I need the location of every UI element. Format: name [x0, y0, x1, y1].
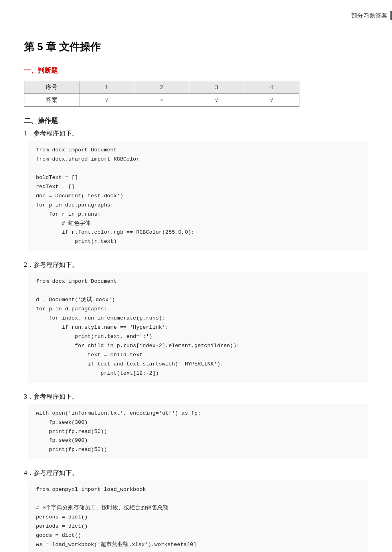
- table-col-4: 4: [244, 81, 299, 94]
- table-col-2: 2: [134, 81, 189, 94]
- question-4: 4．参考程序如下。 from openpyxl import load_work…: [24, 469, 368, 552]
- question-1-code: from docx import Document from docx.shar…: [28, 141, 368, 251]
- question-3-label: 3．参考程序如下。: [24, 393, 368, 401]
- section1-heading: 一、判断题: [24, 66, 368, 75]
- top-right-section-label: 部分习题答案: [351, 11, 392, 20]
- table-col-3: 3: [189, 81, 244, 94]
- question-1-label: 1．参考程序如下。: [24, 129, 368, 138]
- section2-heading: 二、操作题: [24, 116, 368, 125]
- table-answer-2: ×: [134, 94, 189, 107]
- table-answer-1: √: [79, 94, 134, 107]
- question-3: 3．参考程序如下。 with open('information.txt', e…: [24, 393, 368, 460]
- judge-table: 序号 1 2 3 4 答案 √ × √ √: [24, 81, 299, 107]
- section-label-text: 部分习题答案: [351, 12, 390, 20]
- question-3-code: with open('information.txt', encoding='u…: [28, 404, 368, 460]
- question-2-label: 2．参考程序如下。: [24, 261, 368, 269]
- question-4-label: 4．参考程序如下。: [24, 469, 368, 477]
- chapter-title: 第 5 章 文件操作: [24, 40, 368, 54]
- table-col-1: 1: [79, 81, 134, 94]
- table-answer-4: √: [244, 94, 299, 107]
- section-label-border: [390, 11, 392, 20]
- table-row-header: 答案: [24, 94, 79, 107]
- question-4-code: from openpyxl import load_workbook # 3个字…: [28, 481, 368, 552]
- question-2: 2．参考程序如下。 from docx import Document d = …: [24, 261, 368, 383]
- table-col-header: 序号: [24, 81, 79, 94]
- table-answer-3: √: [189, 94, 244, 107]
- question-1: 1．参考程序如下。 from docx import Document from…: [24, 129, 368, 251]
- question-2-code: from docx import Document d = Document('…: [28, 272, 368, 383]
